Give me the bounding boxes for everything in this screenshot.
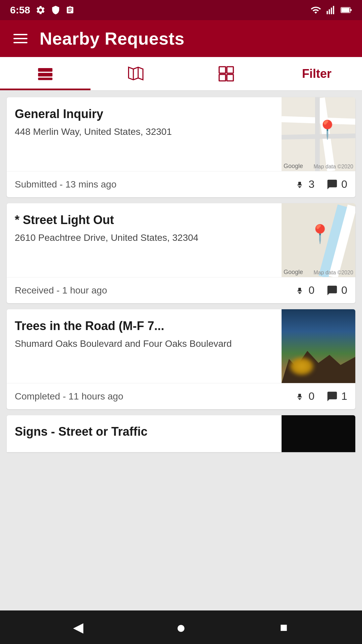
card-title-2: * Street Light Out — [15, 213, 274, 227]
request-card-4-partial[interactable]: Signs - Street or Traffic — [7, 415, 355, 452]
tab-bar: Filter — [0, 57, 362, 91]
menu-button[interactable] — [13, 34, 27, 43]
partial-card-info-4: Signs - Street or Traffic — [7, 415, 282, 452]
signal-icon — [326, 5, 336, 15]
nav-recents-button[interactable]: ■ — [274, 617, 294, 637]
card-stats-3: 0 1 — [294, 390, 347, 402]
recents-icon: ■ — [280, 620, 288, 635]
app-header: Nearby Requests — [0, 20, 362, 57]
card-info-3: Trees in the Road (M-F 7... Shumard Oaks… — [7, 309, 282, 383]
comment-count-1: 0 — [326, 178, 347, 191]
tab-list-view[interactable] — [0, 57, 90, 90]
request-card-3[interactable]: Trees in the Road (M-F 7... Shumard Oaks… — [7, 309, 355, 409]
card-address-1: 448 Merlin Way, United States, 32301 — [15, 125, 274, 138]
card-bottom-1: Submitted - 13 mins ago 3 0 — [7, 171, 355, 197]
svg-rect-5 — [342, 8, 350, 12]
comment-icon-1 — [326, 179, 338, 190]
card-bottom-2: Received - 1 hour ago 0 0 — [7, 277, 355, 303]
card-top-1: General Inquiry 448 Merlin Way, United S… — [7, 97, 355, 171]
status-right — [310, 5, 352, 15]
comment-count-value-1: 0 — [341, 178, 347, 191]
home-icon: ● — [176, 618, 186, 637]
map-brand-1: Google — [284, 163, 303, 170]
svg-rect-14 — [227, 66, 233, 73]
card-title-1: General Inquiry — [15, 107, 274, 121]
card-top-2: * Street Light Out 2610 Peachtree Drive,… — [7, 203, 355, 277]
svg-rect-1 — [329, 9, 330, 14]
comment-count-2: 0 — [326, 284, 347, 297]
svg-rect-6 — [350, 9, 352, 11]
status-left: 6:58 — [10, 4, 74, 16]
grid-view-icon — [218, 65, 235, 82]
comment-icon-2 — [326, 285, 338, 296]
card-address-2: 2610 Peachtree Drive, United States, 323… — [15, 231, 274, 244]
card-info-2: * Street Light Out 2610 Peachtree Drive,… — [7, 203, 282, 277]
nav-home-button[interactable]: ● — [171, 617, 191, 637]
svg-rect-2 — [331, 8, 332, 14]
battery-icon — [341, 6, 352, 14]
request-card-2[interactable]: * Street Light Out 2610 Peachtree Drive,… — [7, 203, 355, 303]
comment-count-value-2: 0 — [341, 284, 347, 297]
svg-rect-7 — [38, 68, 53, 72]
pin-icon-2 — [294, 285, 305, 296]
comment-icon-3 — [326, 391, 338, 402]
request-card-1[interactable]: General Inquiry 448 Merlin Way, United S… — [7, 97, 355, 197]
pin-icon-3 — [294, 391, 305, 402]
map-view-icon — [127, 65, 144, 82]
map-data-2: Map data ©2020 — [313, 270, 353, 276]
map-data-1: Map data ©2020 — [313, 164, 353, 170]
pin-count-value-1: 3 — [308, 178, 314, 191]
pin-count-2: 0 — [294, 284, 314, 297]
card-map-1: 📍 Google Map data ©2020 — [282, 97, 355, 171]
svg-rect-9 — [38, 77, 53, 80]
card-photo-3 — [282, 309, 355, 383]
partial-card-photo-4 — [282, 415, 355, 452]
card-info-1: General Inquiry 448 Merlin Way, United S… — [7, 97, 282, 171]
tab-grid-view[interactable] — [181, 57, 272, 90]
pin-count-value-2: 0 — [308, 284, 314, 297]
pin-count-1: 3 — [294, 178, 314, 191]
card-title-3: Trees in the Road (M-F 7... — [15, 319, 274, 333]
play-protect-icon — [51, 5, 60, 15]
svg-rect-8 — [38, 73, 53, 76]
card-top-3: Trees in the Road (M-F 7... Shumard Oaks… — [7, 309, 355, 383]
comment-count-3: 1 — [326, 390, 347, 402]
map-brand-2: Google — [284, 269, 303, 276]
svg-rect-15 — [219, 74, 226, 80]
filter-label: Filter — [302, 67, 331, 81]
wifi-icon — [310, 5, 321, 15]
nav-back-button[interactable]: ◀ — [68, 617, 88, 637]
card-map-2: 📍 Google Map data ©2020 — [282, 203, 355, 277]
partial-card-title-4: Signs - Street or Traffic — [15, 425, 274, 439]
svg-rect-16 — [227, 74, 233, 80]
settings-icon — [36, 5, 46, 15]
pin-icon-1 — [294, 179, 305, 190]
request-list: General Inquiry 448 Merlin Way, United S… — [0, 91, 362, 610]
back-icon: ◀ — [73, 620, 83, 635]
card-bottom-3: Completed - 11 hours ago 0 1 — [7, 383, 355, 409]
pin-count-value-3: 0 — [308, 390, 314, 402]
card-stats-2: 0 0 — [294, 284, 347, 297]
filter-button[interactable]: Filter — [272, 67, 362, 81]
bottom-navigation: ◀ ● ■ — [0, 610, 362, 644]
tab-map-view[interactable] — [90, 57, 181, 90]
pin-count-3: 0 — [294, 390, 314, 402]
card-address-3: Shumard Oaks Boulevard and Four Oaks Bou… — [15, 337, 274, 350]
partial-card-top-4: Signs - Street or Traffic — [7, 415, 355, 452]
list-view-icon — [37, 65, 54, 82]
card-status-2: Received - 1 hour ago — [15, 285, 107, 296]
svg-rect-0 — [327, 11, 328, 14]
card-status-3: Completed - 11 hours ago — [15, 391, 123, 402]
status-time: 6:58 — [10, 4, 30, 16]
svg-rect-13 — [219, 66, 226, 73]
svg-marker-10 — [129, 67, 143, 80]
status-bar: 6:58 — [0, 0, 362, 20]
comment-count-value-3: 1 — [341, 390, 347, 402]
card-status-1: Submitted - 13 mins ago — [15, 179, 117, 190]
card-stats-1: 3 0 — [294, 178, 347, 191]
page-title: Nearby Requests — [40, 29, 184, 49]
svg-rect-3 — [333, 6, 334, 14]
clipboard-icon — [66, 6, 74, 14]
